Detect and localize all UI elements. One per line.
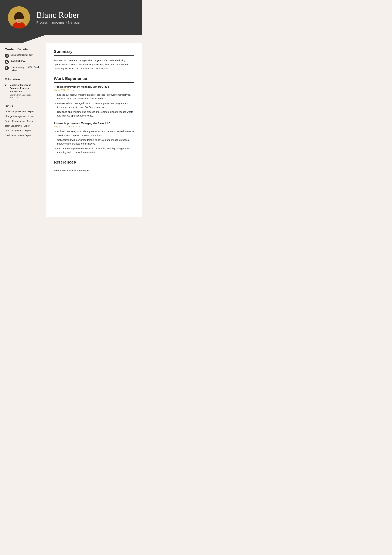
skill-item: Process Optimization - Expert bbox=[5, 110, 41, 113]
svg-point-7 bbox=[15, 12, 22, 17]
avatar bbox=[8, 6, 30, 29]
contact-email-item: blancrober@gmail.com bbox=[5, 53, 41, 58]
content-area: Summary Process Improvement Manager with… bbox=[46, 43, 142, 217]
jobs-list: Process Improvement Manager, Mayert Grou… bbox=[54, 86, 134, 154]
skills-list: Process Optimization - ExpertChange Mana… bbox=[5, 110, 41, 137]
job-title: Process Improvement Manager, Mayert Grou… bbox=[54, 86, 134, 88]
location-value: Hectorborough, 20438, South Dakota bbox=[10, 66, 40, 72]
skills-section: Skills Process Optimization - ExpertChan… bbox=[5, 104, 41, 137]
chevron-divider bbox=[0, 35, 142, 43]
edu-bullet-icon bbox=[5, 85, 6, 86]
candidate-name: Blanc Rober bbox=[36, 10, 80, 20]
job-bullets: Utilized data analysis to identify areas… bbox=[54, 130, 134, 154]
edu-year: 2017 - 2021 bbox=[10, 96, 41, 99]
main-layout: Contact Details blancrober@gmail.com (64… bbox=[0, 43, 142, 217]
education-title: Education bbox=[5, 78, 41, 81]
job-bullet: Led the successful implementation of pro… bbox=[57, 93, 134, 101]
job-bullet: Collaborated with senior leadership to d… bbox=[57, 138, 134, 146]
skill-item: Risk Management - Expert bbox=[5, 129, 41, 132]
phone-value: (646) 884 3544 bbox=[10, 60, 25, 63]
job-item: Process Improvement Manager, Mayert Grou… bbox=[54, 86, 134, 118]
contact-phone-item: (646) 884 3544 bbox=[5, 60, 41, 64]
skill-item: Team Leadership - Expert bbox=[5, 124, 41, 127]
education-section: Education Master of Science in Business … bbox=[5, 78, 41, 99]
edu-degree: Master of Science in Business Process Ma… bbox=[10, 84, 41, 93]
summary-title: Summary bbox=[54, 49, 134, 56]
work-experience-title: Work Experience bbox=[54, 76, 134, 83]
skills-title: Skills bbox=[5, 104, 41, 108]
education-item: Master of Science in Business Process Ma… bbox=[5, 84, 41, 99]
location-icon bbox=[5, 66, 9, 70]
svg-rect-11 bbox=[6, 55, 8, 56]
summary-text: Process Improvement Manager with 10+ yea… bbox=[54, 58, 134, 71]
svg-point-10 bbox=[19, 20, 20, 20]
summary-section: Summary Process Improvement Manager with… bbox=[54, 49, 134, 71]
skill-item: Project Management - Expert bbox=[5, 120, 41, 122]
header-text: Blanc Rober Process Improvement Manager bbox=[36, 10, 80, 24]
contact-title: Contact Details bbox=[5, 47, 41, 51]
phone-icon bbox=[5, 60, 9, 64]
contact-location-item: Hectorborough, 20438, South Dakota bbox=[5, 66, 41, 72]
references-text: References available upon request bbox=[54, 169, 134, 172]
references-section: References References available upon req… bbox=[54, 160, 134, 172]
sidebar: Contact Details blancrober@gmail.com (64… bbox=[0, 43, 46, 217]
header: Blanc Rober Process Improvement Manager bbox=[0, 0, 142, 35]
job-period: March 2023 - Present bbox=[54, 89, 134, 91]
email-icon bbox=[5, 54, 9, 58]
svg-point-9 bbox=[20, 18, 21, 19]
job-item: Process Improvement Manager, MacGyver LL… bbox=[54, 122, 134, 154]
job-bullet: Developed and managed formal process imp… bbox=[57, 102, 134, 109]
edu-school: University of Manchester bbox=[10, 94, 41, 96]
contact-section: Contact Details blancrober@gmail.com (64… bbox=[5, 47, 41, 72]
job-bullets: Led the successful implementation of pro… bbox=[54, 93, 134, 118]
references-title: References bbox=[54, 160, 134, 166]
svg-point-12 bbox=[7, 68, 7, 68]
work-experience-section: Work Experience Process Improvement Mana… bbox=[54, 76, 134, 154]
job-period: May 2021 - February 2023 bbox=[54, 125, 134, 128]
email-value: blancrober@gmail.com bbox=[10, 53, 33, 57]
candidate-title: Process Improvement Manager bbox=[36, 21, 80, 24]
skill-item: Quality Assurance - Expert bbox=[5, 134, 41, 137]
job-title: Process Improvement Manager, MacGyver LL… bbox=[54, 122, 134, 125]
job-bullet: Designed and implemented process improve… bbox=[57, 110, 134, 118]
skill-item: Change Management - Expert bbox=[5, 115, 41, 118]
svg-point-8 bbox=[17, 18, 18, 19]
job-bullet: Utilized data analysis to identify areas… bbox=[57, 130, 134, 137]
job-bullet: Led process improvement teams in develop… bbox=[57, 146, 134, 154]
edu-content: Master of Science in Business Process Ma… bbox=[7, 84, 41, 99]
